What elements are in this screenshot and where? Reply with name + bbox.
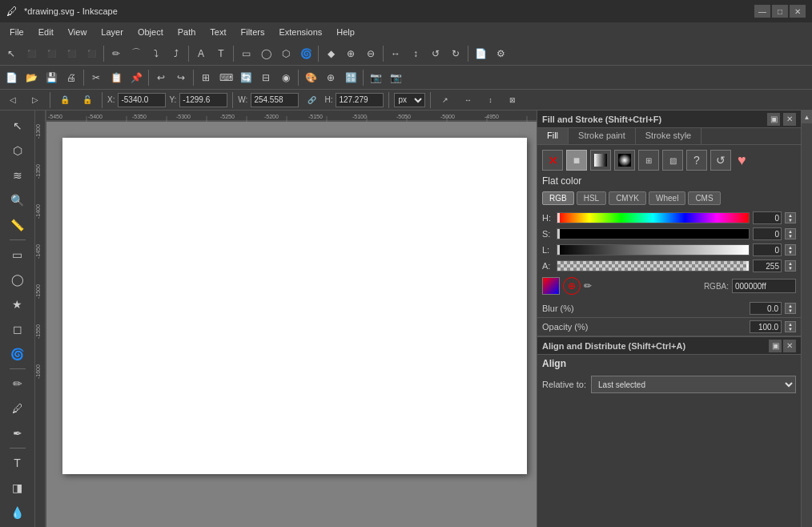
mode-cmyk[interactable]: CMYK bbox=[609, 191, 646, 205]
tb-xml[interactable]: ⌨ bbox=[216, 68, 235, 87]
tb-fill-icon[interactable]: A bbox=[191, 44, 211, 63]
scroll-thumb[interactable] bbox=[802, 123, 812, 527]
l-arrows[interactable]: ▲ ▼ bbox=[785, 244, 796, 255]
mode-rgb[interactable]: RGB bbox=[542, 191, 574, 205]
tb-flip-h[interactable]: ↔ bbox=[386, 44, 405, 63]
tb-rect[interactable]: ▭ bbox=[236, 44, 255, 63]
tb-zoom-in[interactable]: ⊕ bbox=[341, 44, 360, 63]
tool-zoom[interactable]: 🔍 bbox=[6, 188, 30, 212]
tb-path2[interactable]: ⤴ bbox=[167, 44, 186, 63]
minimize-button[interactable]: — bbox=[754, 5, 770, 18]
scroll-up[interactable]: ▲ bbox=[802, 111, 812, 123]
tool-pencil[interactable]: ✏ bbox=[6, 372, 30, 396]
fill-radial-btn[interactable] bbox=[614, 150, 635, 171]
tb-fill-stroke[interactable]: 🎨 bbox=[301, 68, 320, 87]
menu-item-help[interactable]: Help bbox=[330, 26, 361, 38]
tb-morph3[interactable]: ⊠ bbox=[503, 91, 522, 110]
y-input[interactable] bbox=[179, 93, 227, 107]
tb-cut[interactable]: ✂ bbox=[86, 68, 106, 87]
tool-selector[interactable]: ↖ bbox=[6, 114, 30, 138]
tb-rotate-ccw[interactable]: ↺ bbox=[426, 44, 445, 63]
tb-unlock[interactable]: 🔓 bbox=[78, 91, 97, 110]
tb-morph2[interactable]: ↕ bbox=[480, 91, 500, 110]
tb-doc-prop[interactable]: 📄 bbox=[471, 44, 490, 63]
tool-dropper[interactable]: 💧 bbox=[6, 501, 30, 525]
menu-item-filters[interactable]: Filters bbox=[235, 26, 271, 38]
menu-item-path[interactable]: Path bbox=[171, 26, 203, 38]
w-input[interactable] bbox=[251, 93, 299, 107]
tb-curve[interactable]: ⌒ bbox=[127, 44, 146, 63]
tool-spiral[interactable]: 🌀 bbox=[6, 342, 30, 366]
fill-swatch-btn[interactable]: ▨ bbox=[662, 150, 683, 171]
tb-rotate-cw[interactable]: ↻ bbox=[446, 44, 465, 63]
tb-select[interactable]: ↖ bbox=[2, 44, 21, 63]
tb-obj-prop[interactable]: 🔠 bbox=[341, 68, 360, 87]
tb-arrow-right[interactable]: ▷ bbox=[26, 91, 45, 110]
tool-pen[interactable]: 🖊 bbox=[6, 396, 30, 420]
tool-gradient[interactable]: ◨ bbox=[6, 476, 30, 500]
h-arrows[interactable]: ▲ ▼ bbox=[785, 212, 796, 223]
mode-hsl[interactable]: HSL bbox=[577, 191, 606, 205]
tab-fill[interactable]: Fill bbox=[537, 128, 569, 144]
tab-stroke-paint[interactable]: Stroke paint bbox=[569, 128, 636, 144]
tb-node[interactable]: ◆ bbox=[321, 44, 340, 63]
tb-snap4[interactable]: ⬛ bbox=[82, 44, 101, 63]
a-slider[interactable] bbox=[557, 260, 750, 272]
tb-ellipse[interactable]: ◯ bbox=[256, 44, 275, 63]
tb-copy[interactable]: 📋 bbox=[107, 68, 126, 87]
tb-snap1[interactable]: ⬛ bbox=[22, 44, 41, 63]
menu-item-extensions[interactable]: Extensions bbox=[272, 26, 328, 38]
align-expand-btn[interactable]: ▣ bbox=[769, 340, 782, 352]
tb-paste[interactable]: 📌 bbox=[127, 68, 146, 87]
tb-path1[interactable]: ⤵ bbox=[147, 44, 166, 63]
canvas-inner[interactable] bbox=[46, 122, 537, 527]
tool-text[interactable]: T bbox=[6, 451, 30, 475]
color-palette-icon[interactable] bbox=[542, 277, 560, 295]
tb-new[interactable]: 📄 bbox=[2, 68, 21, 87]
tool-measure[interactable]: 📏 bbox=[6, 213, 30, 237]
tool-rect[interactable]: ▭ bbox=[6, 243, 30, 267]
opacity-input[interactable] bbox=[750, 320, 782, 333]
tb-open[interactable]: 📂 bbox=[22, 68, 41, 87]
tb-arrow-left[interactable]: ◁ bbox=[3, 91, 22, 110]
tb-text[interactable]: T bbox=[211, 44, 231, 63]
menu-item-edit[interactable]: Edit bbox=[32, 26, 60, 38]
color-pick-icon[interactable]: ✏ bbox=[584, 280, 592, 292]
unit-select[interactable]: pxmmcmin bbox=[394, 93, 425, 107]
tb-print[interactable]: 🖨 bbox=[62, 68, 81, 87]
tb-import[interactable]: 📷 bbox=[386, 68, 405, 87]
color-warning-icon[interactable]: ⊕ bbox=[563, 277, 581, 295]
right-scrollbar[interactable]: ▲ ▼ bbox=[801, 111, 812, 527]
relative-select[interactable]: Last selected First selected Biggest obj… bbox=[591, 376, 796, 393]
fill-linear-btn[interactable] bbox=[590, 150, 611, 171]
canvas-wrapper[interactable]: -5450 -5400 -5350 -5300 -5250 -5200 -515… bbox=[35, 111, 537, 527]
tb-settings[interactable]: ⚙ bbox=[491, 44, 510, 63]
drawing-canvas[interactable] bbox=[62, 138, 527, 474]
tb-spiral[interactable]: 🌀 bbox=[296, 44, 316, 63]
s-value[interactable] bbox=[753, 227, 782, 240]
l-slider[interactable] bbox=[557, 244, 750, 255]
tb-undo[interactable]: ↩ bbox=[151, 68, 171, 87]
menu-item-text[interactable]: Text bbox=[203, 26, 232, 38]
tb-save[interactable]: 💾 bbox=[42, 68, 61, 87]
h-slider[interactable] bbox=[557, 212, 750, 223]
lock-aspect-button[interactable]: 🔗 bbox=[302, 91, 321, 110]
tb-snap-icon[interactable]: 📷 bbox=[366, 68, 385, 87]
tb-transform[interactable]: 🔄 bbox=[236, 68, 255, 87]
mode-cms[interactable]: CMS bbox=[688, 191, 720, 205]
tool-circle[interactable]: ◯ bbox=[6, 268, 30, 292]
fill-pattern-btn[interactable]: ⊞ bbox=[638, 150, 659, 171]
align-close-btn[interactable]: ✕ bbox=[783, 340, 796, 352]
menu-item-file[interactable]: File bbox=[3, 26, 30, 38]
tb-zoom-out[interactable]: ⊖ bbox=[361, 44, 380, 63]
rgba-input[interactable] bbox=[732, 279, 796, 293]
tb-lock[interactable]: 🔒 bbox=[55, 91, 74, 110]
s-arrows[interactable]: ▲ ▼ bbox=[785, 228, 796, 239]
tool-star[interactable]: ★ bbox=[6, 292, 30, 316]
menu-item-view[interactable]: View bbox=[62, 26, 94, 38]
opacity-arrows[interactable]: ▲ ▼ bbox=[785, 321, 796, 332]
panel-expand[interactable]: ▣ bbox=[767, 113, 780, 126]
panel-close[interactable]: ✕ bbox=[783, 113, 796, 126]
s-slider[interactable] bbox=[557, 228, 750, 239]
blur-arrows[interactable]: ▲ ▼ bbox=[785, 303, 796, 314]
